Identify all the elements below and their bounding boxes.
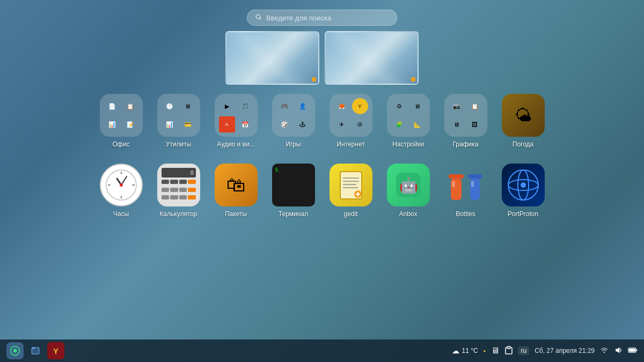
weather-info: ☁ 11 °C: [452, 346, 478, 355]
calc-btn-2: [170, 180, 178, 184]
utils-icon-1: 🕐: [162, 98, 178, 114]
folder-icon-1: 📄: [104, 98, 120, 114]
volume-svg: [614, 346, 623, 354]
settings-icon-1: ⚙: [391, 98, 407, 114]
search-bar[interactable]: [247, 10, 397, 26]
clipboard-icon[interactable]: [505, 346, 513, 356]
terminal-line1: $_: [275, 167, 281, 172]
folder-internet: 🦊 Y ✈ @: [330, 94, 372, 137]
clock-icon: [100, 164, 143, 206]
calc-btn-6: [170, 188, 178, 192]
taskbar-launcher-btn[interactable]: [6, 342, 24, 359]
internet-icon-2: Y: [352, 98, 368, 114]
app-item-settings[interactable]: ⚙ 🖥 🧩 📐 Настройки: [383, 94, 434, 148]
svg-rect-25: [471, 181, 474, 187]
calc-btn-8: [188, 188, 196, 192]
folder-settings: ⚙ 🖥 🧩 📐: [387, 94, 430, 137]
app-label-audio: Аудио и ви...: [217, 141, 254, 148]
settings-icon-4: 📐: [409, 116, 426, 132]
status-dot: ●: [484, 349, 486, 353]
graphics-icon-4: 🖼: [467, 116, 483, 132]
app-item-packages[interactable]: 🛍 Пакеты: [210, 164, 261, 218]
search-icon: [255, 13, 262, 22]
weather-icon: 🌤: [502, 94, 545, 137]
svg-point-29: [521, 182, 526, 188]
app-item-graphics[interactable]: 📷 📋 🖥 🖼 Графика: [440, 94, 491, 148]
app-item-bottles[interactable]: Bottles: [440, 164, 491, 218]
files-icon: [31, 346, 40, 356]
calc-display: 0: [162, 168, 196, 178]
app-item-utils[interactable]: 🕐 🖥 📊 💳 Утилиты: [153, 94, 204, 148]
app-label-anbox: Anbox: [399, 210, 417, 218]
calc-btn-7: [179, 188, 187, 192]
app-item-internet[interactable]: 🦊 Y ✈ @ Интернет: [325, 94, 376, 148]
corner-dot-2: [411, 77, 415, 82]
app-item-clock[interactable]: Часы: [96, 164, 147, 218]
keyboard-lang[interactable]: ru: [518, 346, 529, 355]
app-label-graphics: Графика: [453, 141, 479, 148]
taskbar-right: ☁ 11 °C ● 🖥 ru Сб, 27 апреля 21:29: [452, 346, 638, 356]
monitor-icon[interactable]: 🖥: [491, 346, 500, 356]
svg-text:🤖: 🤖: [399, 176, 418, 194]
clock-svg: [105, 169, 137, 201]
clipboard-svg: [505, 346, 513, 354]
folder-audio: ▶ 🎵 A 📅: [215, 94, 258, 137]
terminal-icon: $_: [272, 164, 315, 206]
app-label-terminal: Терминал: [279, 210, 308, 218]
svg-line-1: [260, 18, 261, 19]
battery-icon[interactable]: [628, 347, 638, 355]
datetime: Сб, 27 апреля 21:29: [535, 347, 595, 354]
app-item-office[interactable]: 📄 📋 📊 📝 Офис: [96, 94, 147, 148]
internet-icon-3: ✈: [334, 116, 350, 132]
games-icon-2: 👤: [295, 98, 311, 114]
anbox-icon: 🤖: [387, 164, 430, 206]
calc-btn-9: [162, 195, 170, 200]
games-icon-4: 🕹: [295, 116, 311, 132]
utils-icon-2: 🖥: [180, 98, 196, 114]
weather-cloud-icon: ☁: [452, 346, 459, 355]
audio-icon-1: ▶: [219, 98, 235, 114]
audio-icon-3: A: [219, 116, 235, 132]
calc-btn-5: [162, 188, 170, 192]
app-item-terminal[interactable]: $_ Терминал: [268, 164, 319, 218]
taskbar-files-btn[interactable]: [27, 342, 44, 359]
app-item-calculator[interactable]: 0 Калькулятор: [153, 164, 204, 218]
portproton-svg: [507, 169, 539, 201]
folder-games: 🎮 👤 🎲 🕹: [272, 94, 315, 137]
utils-icon-4: 💳: [180, 116, 196, 132]
svg-rect-33: [32, 348, 35, 349]
svg-rect-39: [629, 349, 635, 352]
utils-icon-3: 📊: [162, 116, 178, 132]
app-item-portproton[interactable]: PortProton: [497, 164, 548, 218]
app-label-office: Офис: [113, 141, 130, 148]
volume-icon[interactable]: [614, 346, 623, 356]
wifi-icon[interactable]: [600, 346, 609, 356]
audio-icon-2: 🎵: [237, 98, 253, 114]
desktop-preview-1[interactable]: [225, 31, 319, 85]
taskbar-yandex-btn[interactable]: Y: [47, 342, 64, 359]
bottles-icon: [444, 164, 487, 206]
svg-rect-23: [468, 174, 482, 179]
desktop-previews: [225, 31, 419, 85]
internet-icon-4: @: [352, 116, 368, 132]
audio-icon-4: 📅: [237, 116, 253, 132]
app-item-audio[interactable]: ▶ 🎵 A 📅 Аудио и ви...: [210, 94, 261, 148]
graphics-icon-2: 📋: [467, 98, 483, 114]
app-item-games[interactable]: 🎮 👤 🎲 🕹 Игры: [268, 94, 319, 148]
app-label-clock: Часы: [113, 210, 129, 218]
app-item-anbox[interactable]: 🤖 Anbox: [383, 164, 434, 218]
svg-point-9: [120, 183, 123, 187]
calc-btn-1: [162, 180, 170, 184]
app-item-gedit[interactable]: gedit: [325, 164, 376, 218]
calc-btn-11: [179, 195, 187, 200]
calculator-icon: 0: [157, 164, 200, 206]
folder-icon-2: 📋: [122, 98, 138, 114]
desktop-preview-2[interactable]: [325, 31, 419, 85]
bottles-svg: [444, 164, 487, 206]
svg-rect-35: [507, 346, 510, 349]
app-grid-row1: 📄 📋 📊 📝 Офис 🕐 🖥 📊 💳 Утилиты ▶ 🎵 A 📅 Ауд…: [96, 94, 548, 148]
battery-svg: [628, 347, 638, 353]
search-input[interactable]: [266, 14, 389, 22]
app-item-weather[interactable]: 🌤 Погода: [497, 94, 548, 148]
folder-icon-3: 📊: [104, 116, 120, 132]
